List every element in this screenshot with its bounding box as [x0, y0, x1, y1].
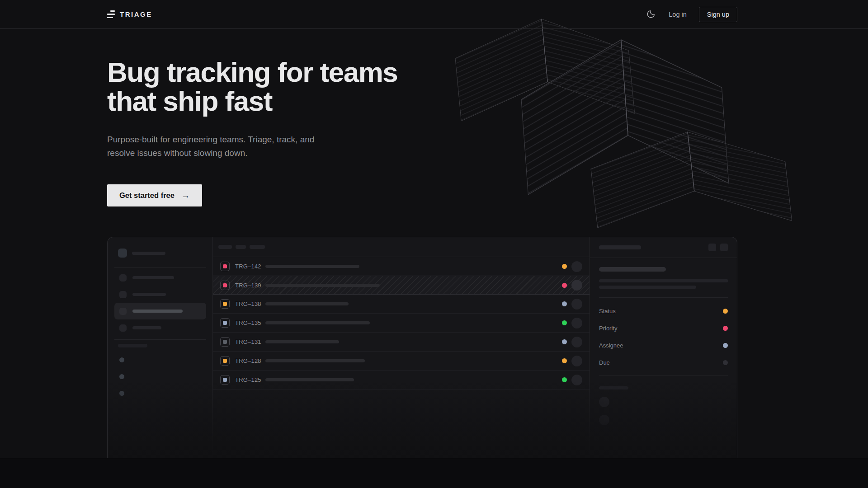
- workspace-switcher-skeleton: [118, 249, 212, 258]
- issue-row: TRG–131: [213, 333, 590, 352]
- hero-subtitle: Purpose-built for engineering teams. Tri…: [107, 133, 397, 160]
- nav-item-label-skeleton: [132, 276, 174, 279]
- brand-name: TRIAGE: [120, 10, 152, 18]
- field-label: Status: [599, 308, 616, 314]
- panel-action-button-skeleton: [708, 244, 716, 251]
- panel-divider: [599, 297, 728, 298]
- workspace-avatar-skeleton: [118, 249, 127, 258]
- status-dot: [562, 301, 567, 306]
- workspace-name-skeleton: [132, 252, 165, 255]
- moon-icon: [646, 9, 656, 19]
- panel-fields: Status Priority Assignee Due: [599, 302, 728, 371]
- field-label: Due: [599, 359, 610, 366]
- issue-title-skeleton: [265, 340, 339, 343]
- sidebar-nav-item-skeleton: [114, 319, 206, 336]
- issue-id: TRG–139: [235, 282, 261, 289]
- activity-avatar-skeleton: [599, 415, 609, 425]
- status-dot: [562, 377, 567, 382]
- issue-row: TRG–142: [213, 257, 590, 276]
- hero-section: Bug tracking for teamsthat ship fast Pur…: [107, 58, 397, 206]
- sidebar-dots: [119, 357, 212, 396]
- issue-title-skeleton: [265, 359, 365, 362]
- issue-row: TRG–128: [213, 352, 590, 371]
- issue-id: TRG–138: [235, 300, 261, 307]
- issue-id: TRG–135: [235, 319, 261, 326]
- issue-title-skeleton: [265, 265, 359, 268]
- signup-button[interactable]: Sign up: [699, 7, 737, 22]
- issue-id: TRG–142: [235, 263, 261, 270]
- sidebar-nav-item-skeleton: [114, 286, 206, 303]
- theme-toggle-button[interactable]: [645, 9, 656, 20]
- triage-logo-icon: [107, 10, 115, 18]
- issue-type-icon: [220, 337, 230, 347]
- field-label: Priority: [599, 325, 617, 332]
- login-link[interactable]: Log in: [669, 11, 687, 18]
- detail-field-row: Due: [599, 354, 728, 371]
- arrow-right-icon: →: [181, 191, 190, 201]
- assignee-avatar: [571, 318, 582, 328]
- decorative-wireframe-graphic: [445, 18, 811, 244]
- tab-skeleton: [218, 245, 232, 249]
- preview-issue-list: TRG–142 TRG–139 TRG–138 TRG–135 TRG–131: [213, 237, 590, 458]
- field-value-dot: [723, 360, 728, 365]
- issue-type-icon: [220, 281, 230, 290]
- nav-item-icon-skeleton: [119, 324, 127, 332]
- sidebar-nav-skeleton: [108, 269, 212, 336]
- assignee-avatar: [571, 299, 582, 310]
- panel-body-skeleton: [599, 279, 728, 282]
- panel-header-skeleton: [590, 237, 737, 258]
- sidebar-nav-item-skeleton: [114, 269, 206, 286]
- brand[interactable]: TRIAGE: [107, 10, 152, 18]
- issue-id: TRG–125: [235, 376, 261, 383]
- field-value-dot: [723, 343, 728, 348]
- assignee-avatar: [571, 261, 582, 272]
- nav-item-label-skeleton: [132, 293, 166, 296]
- panel-title-skeleton: [599, 267, 666, 272]
- nav-item-icon-skeleton: [119, 308, 127, 315]
- detail-field-row: Status: [599, 302, 728, 319]
- detail-field-row: Priority: [599, 319, 728, 337]
- nav-item-label-skeleton: [132, 326, 161, 329]
- nav-item-icon-skeleton: [119, 274, 127, 282]
- issue-row: TRG–138: [213, 295, 590, 314]
- issue-title-skeleton: [265, 302, 349, 305]
- nav-item-label-skeleton: [132, 310, 183, 313]
- sidebar-divider: [114, 339, 206, 340]
- panel-action-button-skeleton: [720, 244, 728, 251]
- preview-sidebar: [108, 237, 213, 458]
- sidebar-divider: [114, 267, 206, 267]
- status-dot: [562, 358, 567, 363]
- get-started-button[interactable]: Get started free →: [107, 184, 202, 206]
- tab-skeleton: [236, 245, 246, 249]
- status-dot: [562, 339, 567, 344]
- issue-type-icon: [220, 375, 230, 385]
- page: TRIAGE Log in Sign up Bug tracking for t…: [0, 0, 868, 488]
- nav-item-icon-skeleton: [119, 291, 127, 298]
- panel-section-label-skeleton: [599, 386, 628, 389]
- list-header-tabs-skeleton: [213, 237, 590, 257]
- panel-header-bar-skeleton: [599, 245, 641, 249]
- status-dot: [562, 320, 567, 325]
- assignee-avatar: [571, 356, 582, 366]
- issue-rows: TRG–142 TRG–139 TRG–138 TRG–135 TRG–131: [213, 257, 590, 389]
- assignee-avatar: [571, 375, 582, 385]
- issue-id: TRG–131: [235, 338, 261, 345]
- issue-row: TRG–125: [213, 371, 590, 389]
- activity-avatar-skeleton: [599, 397, 609, 407]
- tab-skeleton: [250, 245, 265, 249]
- navbar: TRIAGE Log in Sign up: [0, 0, 868, 29]
- status-dot: [562, 283, 567, 288]
- preview-detail-panel: Status Priority Assignee Due: [590, 237, 737, 458]
- issue-row: TRG–135: [213, 314, 590, 333]
- issue-type-icon: [220, 318, 230, 328]
- issue-type-icon: [220, 356, 230, 366]
- field-label: Assignee: [599, 342, 623, 349]
- issue-title-skeleton: [265, 321, 370, 324]
- issue-title-skeleton: [265, 378, 354, 381]
- field-value-dot: [723, 309, 728, 314]
- field-value-dot: [723, 326, 728, 331]
- footer: [0, 458, 868, 488]
- assignee-avatar: [571, 337, 582, 347]
- app-preview-card: TRG–142 TRG–139 TRG–138 TRG–135 TRG–131: [107, 237, 737, 458]
- issue-row: TRG–139: [213, 276, 590, 295]
